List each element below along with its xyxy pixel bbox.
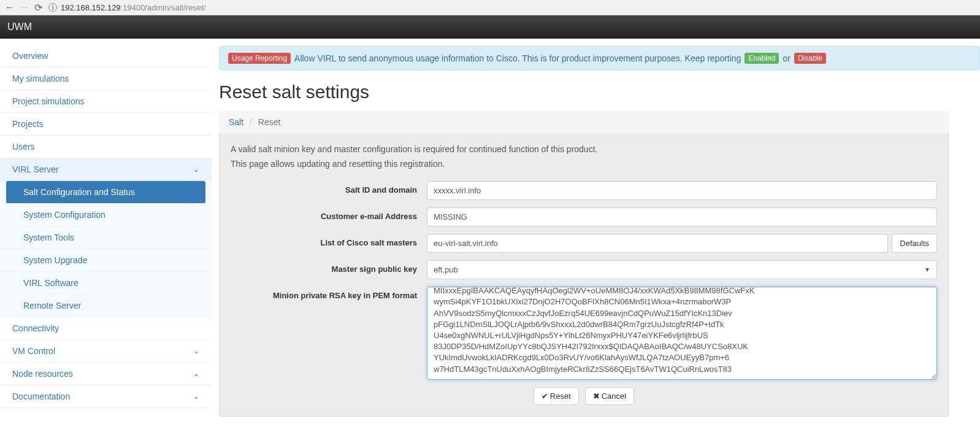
pubkey-select[interactable]: eft.pub ▼ bbox=[427, 260, 937, 279]
sidebar-item-label: System Upgrade bbox=[23, 255, 87, 265]
panel-intro-1: A valid salt minion key and master confi… bbox=[231, 144, 937, 154]
url-path: :19400/admin/salt/reset/ bbox=[121, 3, 206, 12]
cancel-button-label: Cancel bbox=[602, 392, 626, 401]
panel-intro-2: This page allows updating and resetting … bbox=[231, 159, 937, 169]
email-label: Customer e-mail Address bbox=[231, 207, 427, 221]
sidebar-item-project-simulations[interactable]: Project simulations bbox=[0, 90, 212, 113]
sidebar-item-users[interactable]: Users bbox=[0, 136, 212, 158]
sidebar-item-label: Connectivity bbox=[12, 323, 59, 333]
sidebar-item-documentation[interactable]: Documentation ⌄ bbox=[0, 385, 212, 408]
reset-button[interactable]: ✔Reset bbox=[534, 387, 579, 405]
pubkey-label: Master sign public key bbox=[231, 260, 427, 274]
masters-input[interactable] bbox=[427, 234, 888, 253]
check-icon: ✔ bbox=[542, 392, 548, 401]
sidebar-item-label: System Configuration bbox=[23, 210, 105, 220]
sidebar-item-connectivity[interactable]: Connectivity bbox=[0, 317, 212, 340]
alert-or: or bbox=[783, 53, 790, 63]
sidebar-item-system-tools[interactable]: System Tools bbox=[0, 226, 212, 249]
info-icon[interactable]: i bbox=[48, 3, 57, 12]
sidebar-item-label: Remote Server bbox=[23, 301, 81, 310]
defaults-button[interactable]: Defaults bbox=[892, 234, 937, 253]
brand-label[interactable]: UWM bbox=[7, 21, 32, 32]
breadcrumb-reset: Reset bbox=[258, 117, 281, 127]
sidebar-item-label: VIRL Server bbox=[12, 164, 59, 174]
salt-id-label: Salt ID and domain bbox=[231, 181, 427, 195]
breadcrumb-salt[interactable]: Salt bbox=[229, 117, 243, 127]
sidebar-item-label: Documentation bbox=[12, 392, 70, 401]
browser-toolbar: ← → ⟳ i 192.168.152.129:19400/admin/salt… bbox=[0, 0, 980, 15]
usage-reporting-badge: Usage Reporting bbox=[228, 53, 291, 64]
chevron-down-icon: ▼ bbox=[924, 266, 930, 273]
sidebar-item-overview[interactable]: Overview bbox=[0, 45, 212, 68]
reload-icon[interactable]: ⟳ bbox=[34, 2, 42, 14]
sidebar-item-system-config[interactable]: System Configuration bbox=[0, 204, 212, 226]
chevron-down-icon: ⌄ bbox=[193, 165, 199, 174]
chevron-down-icon: ⌄ bbox=[193, 369, 199, 378]
sidebar-item-virl-software[interactable]: VIRL Software bbox=[0, 272, 212, 295]
sidebar-item-salt-config[interactable]: Salt Configuration and Status bbox=[6, 181, 205, 204]
pem-textarea[interactable] bbox=[427, 287, 937, 380]
sidebar-item-projects[interactable]: Projects bbox=[0, 113, 212, 136]
url-host: 192.168.152.129 bbox=[61, 3, 121, 12]
app-header: UWM bbox=[0, 15, 980, 39]
sidebar-item-label: Salt Configuration and Status bbox=[23, 187, 135, 197]
reset-salt-panel: A valid salt minion key and master confi… bbox=[219, 133, 949, 417]
sidebar-item-label: Node resources bbox=[12, 369, 73, 379]
disable-button[interactable]: Disable bbox=[794, 53, 826, 64]
page-title: Reset salt settings bbox=[219, 82, 980, 102]
chevron-down-icon: ⌄ bbox=[193, 392, 199, 401]
usage-reporting-alert: Usage Reporting Allow VIRL to send anony… bbox=[219, 46, 980, 71]
pubkey-select-value: eft.pub bbox=[434, 265, 458, 274]
chevron-down-icon: ⌄ bbox=[193, 347, 199, 355]
sidebar-item-virl-server[interactable]: VIRL Server ⌄ bbox=[0, 158, 212, 181]
sidebar-item-label: System Tools bbox=[23, 233, 74, 242]
sidebar-item-remote-server[interactable]: Remote Server bbox=[0, 295, 212, 317]
sidebar-item-label: VIRL Software bbox=[23, 278, 78, 288]
main-content: Usage Reporting Allow VIRL to send anony… bbox=[212, 39, 980, 429]
sidebar-item-node-resources[interactable]: Node resources ⌄ bbox=[0, 363, 212, 385]
back-icon[interactable]: ← bbox=[5, 2, 15, 14]
breadcrumb-separator: / bbox=[246, 117, 256, 127]
masters-label: List of Cisco salt masters bbox=[231, 234, 427, 247]
enabled-button[interactable]: Enabled bbox=[745, 53, 779, 64]
sidebar-item-system-upgrade[interactable]: System Upgrade bbox=[0, 249, 212, 272]
sidebar: Overview My simulations Project simulati… bbox=[0, 39, 212, 429]
sidebar-item-label: Projects bbox=[12, 119, 44, 129]
close-icon: ✖ bbox=[593, 392, 600, 401]
sidebar-item-label: VM Control bbox=[12, 346, 55, 356]
email-input[interactable] bbox=[427, 207, 937, 226]
pem-label: Minion private RSA key in PEM format bbox=[231, 287, 427, 300]
reset-button-label: Reset bbox=[550, 392, 571, 401]
forward-icon[interactable]: → bbox=[20, 2, 29, 14]
alert-text: Allow VIRL to send anonymous usage infor… bbox=[294, 53, 741, 63]
cancel-button[interactable]: ✖Cancel bbox=[585, 387, 634, 405]
salt-id-input[interactable] bbox=[427, 181, 937, 200]
sidebar-submenu-virl: Salt Configuration and Status System Con… bbox=[0, 181, 212, 317]
url-bar[interactable]: i 192.168.152.129:19400/admin/salt/reset… bbox=[48, 3, 205, 12]
sidebar-item-label: Overview bbox=[12, 51, 48, 61]
sidebar-item-label: Project simulations bbox=[12, 96, 85, 106]
sidebar-item-my-simulations[interactable]: My simulations bbox=[0, 68, 212, 90]
sidebar-item-label: Users bbox=[12, 142, 35, 152]
breadcrumb: Salt / Reset bbox=[219, 111, 949, 133]
sidebar-item-label: My simulations bbox=[12, 74, 69, 83]
sidebar-item-vm-control[interactable]: VM Control ⌄ bbox=[0, 340, 212, 363]
